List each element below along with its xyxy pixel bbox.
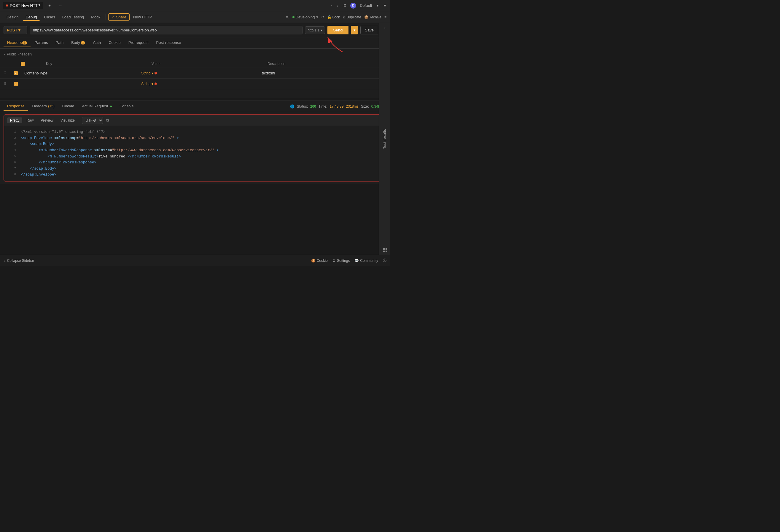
tab-auth[interactable]: Auth: [89, 39, 104, 47]
tab-actual-request[interactable]: Actual Request: [78, 102, 115, 111]
status-bar: 🌐 Status: 200 Time: 17:43:39 2318ms Size…: [290, 104, 386, 108]
tab-post-response[interactable]: Post-response: [153, 39, 185, 47]
tab-response-headers[interactable]: Headers (15): [29, 102, 58, 111]
drag-handle[interactable]: ⠿: [4, 71, 12, 75]
toolbar-right: ≡⃝ Developing ▾ ⇄ 🔒 Lock ⧉ Duplicate 📦 A…: [286, 15, 386, 19]
row2-type[interactable]: String ▾ ✱: [141, 82, 259, 86]
code-area: 1 <?xml version="1.0" encoding="utf-8"?>…: [4, 126, 386, 181]
row1-key[interactable]: Content-Type: [24, 71, 140, 75]
code-line-5: 5 <m:NumberToWordsResult>five hundred </…: [4, 154, 386, 160]
col-value: Value: [152, 62, 261, 66]
archive-btn[interactable]: 📦 Archive: [364, 15, 381, 19]
collapse-test-results-btn[interactable]: «: [384, 26, 386, 30]
tab-cookie[interactable]: Cookie: [105, 39, 124, 47]
url-input[interactable]: [30, 26, 302, 34]
test-results-label[interactable]: Test results: [383, 129, 387, 149]
more-tabs-btn[interactable]: ···: [56, 2, 65, 9]
tab-load-testing[interactable]: Load Testing: [59, 13, 87, 21]
public-header-group: ▾ Public (header): [4, 51, 386, 57]
protocol-chevron-icon: ▾: [321, 28, 323, 32]
required-star: ✱: [154, 71, 157, 75]
duplicate-icon: ⧉: [343, 15, 345, 19]
collapse-icon[interactable]: ▾: [4, 53, 5, 56]
send-dropdown-btn[interactable]: ▾: [351, 26, 358, 34]
more-options-btn[interactable]: ≡: [384, 15, 386, 19]
tab-cases[interactable]: Cases: [41, 13, 58, 21]
profile-name[interactable]: Default: [358, 3, 373, 8]
table-row: ⠿ ✓ Content-Type String ▾ ✱ text/xml: [0, 68, 390, 79]
svg-rect-2: [386, 248, 387, 250]
table-header: ✓ Key Value Description ···: [0, 60, 390, 68]
fmt-raw[interactable]: Raw: [23, 117, 37, 124]
code-line-4: 4 <m:NumberToWordsResponse xmlns:m="http…: [4, 147, 386, 154]
fmt-pretty[interactable]: Pretty: [7, 117, 22, 124]
copy-button[interactable]: ⧉: [106, 118, 109, 123]
tab-path[interactable]: Path: [52, 39, 67, 47]
save-button[interactable]: Save: [360, 26, 378, 34]
tab-design[interactable]: Design: [4, 13, 21, 21]
response-inner: Pretty Raw Preview Visualize UTF-8 ⧉ 1 <…: [4, 114, 386, 182]
row1-value[interactable]: text/xml: [262, 71, 378, 75]
encoding-selector[interactable]: UTF-8: [82, 117, 103, 124]
collapse-sidebar-btn[interactable]: « Collapse Sidebar: [4, 258, 34, 263]
time-value: 17:43:39: [330, 104, 344, 108]
bottom-bar: « Collapse Sidebar 🍪 Cookie ⚙ Settings 💬…: [0, 255, 390, 266]
tab-response-cookie[interactable]: Cookie: [59, 102, 78, 111]
required-star2: ✱: [154, 82, 157, 86]
tab-debug[interactable]: Debug: [22, 13, 40, 21]
plus-icon: +: [48, 3, 51, 8]
share-button[interactable]: ↗ Share: [108, 13, 130, 21]
fmt-visualize[interactable]: Visualize: [57, 117, 78, 124]
code-line-6: 6 </m:NumberToWordsResponse>: [4, 159, 386, 166]
protocol-selector[interactable]: http/1.1 ▾: [305, 27, 325, 34]
row2-checkbox[interactable]: ✓: [14, 82, 18, 86]
community-icon: 💬: [354, 258, 359, 263]
menu-icon[interactable]: ≡: [382, 3, 387, 8]
archive-icon: 📦: [364, 15, 369, 19]
tab-mock[interactable]: Mock: [88, 13, 103, 21]
new-tab-btn[interactable]: +: [45, 2, 54, 9]
tab-body[interactable]: Body1: [67, 39, 89, 47]
env-status-dot: [292, 16, 294, 18]
method-selector[interactable]: POST ▾: [4, 26, 27, 34]
layout-grid-btn[interactable]: [383, 248, 388, 253]
tab-response[interactable]: Response: [4, 102, 28, 111]
tab-console[interactable]: Console: [116, 102, 137, 111]
cookie-icon: 🍪: [311, 258, 315, 263]
nav-back-btn[interactable]: ‹: [330, 3, 334, 8]
tab-params[interactable]: Params: [31, 39, 52, 47]
select-all-checkbox[interactable]: ✓: [21, 62, 25, 66]
send-button[interactable]: Send: [328, 26, 349, 34]
avatar[interactable]: D: [350, 3, 356, 9]
cookie-btn[interactable]: 🍪 Cookie: [311, 258, 328, 263]
row1-type[interactable]: String ▾ ✱: [141, 71, 259, 75]
svg-rect-4: [386, 251, 387, 252]
settings-icon[interactable]: ⚙: [342, 3, 348, 8]
duplicate-btn[interactable]: ⧉ Duplicate: [343, 15, 361, 19]
active-tab[interactable]: POST New HTTP: [3, 2, 43, 9]
fmt-preview[interactable]: Preview: [38, 117, 56, 124]
community-btn[interactable]: 💬 Community: [354, 258, 378, 263]
response-format-tabs: Pretty Raw Preview Visualize UTF-8 ⧉: [4, 115, 386, 126]
env-selector[interactable]: Developing ▾: [292, 15, 318, 19]
request-name: New HTTP: [133, 15, 152, 19]
header-paren-label: (header): [18, 52, 32, 56]
sync-btn[interactable]: ⇄: [321, 15, 324, 19]
lock-btn[interactable]: 🔒 Lock: [327, 15, 340, 19]
share-icon: ↗: [111, 15, 115, 19]
title-bar: POST New HTTP + ··· ‹ › ⚙ D Default ▾ ≡: [0, 0, 390, 11]
toolbar: Design Debug Cases Load Testing Mock ↗ S…: [0, 11, 390, 23]
cookie-label: Cookie: [317, 258, 328, 263]
tab-pre-request[interactable]: Pre-request: [125, 39, 152, 47]
drag-handle[interactable]: ⠿: [4, 82, 12, 86]
chevron-down-icon[interactable]: ▾: [376, 3, 380, 8]
col-key: Key: [46, 62, 146, 66]
code-line-1: 1 <?xml version="1.0" encoding="utf-8"?>: [4, 129, 386, 135]
tab-headers[interactable]: Headers1: [4, 39, 31, 47]
breadcrumb-icon[interactable]: ≡⃝: [286, 15, 289, 19]
row1-checkbox[interactable]: ✓: [14, 71, 18, 75]
info-btn[interactable]: ⓘ: [383, 258, 386, 263]
settings-btn[interactable]: ⚙ Settings: [333, 258, 350, 263]
nav-forward-btn[interactable]: ›: [336, 3, 340, 8]
title-bar-right: ‹ › ⚙ D Default ▾ ≡: [330, 3, 387, 9]
